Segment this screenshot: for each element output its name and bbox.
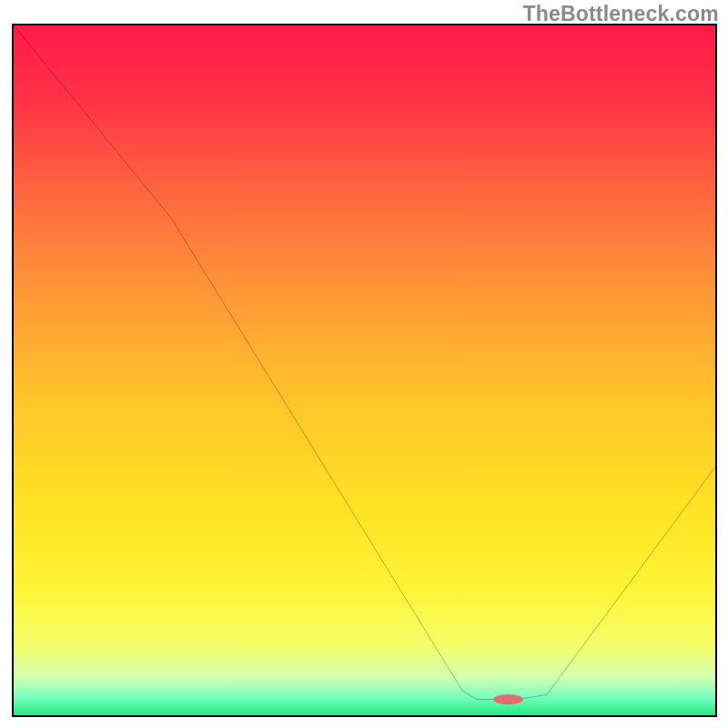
chart-svg xyxy=(14,25,715,715)
chart-background xyxy=(14,25,715,715)
chart-marker xyxy=(493,694,522,704)
chart-frame xyxy=(12,24,717,717)
watermark-text: TheBottleneck.com xyxy=(522,2,719,26)
